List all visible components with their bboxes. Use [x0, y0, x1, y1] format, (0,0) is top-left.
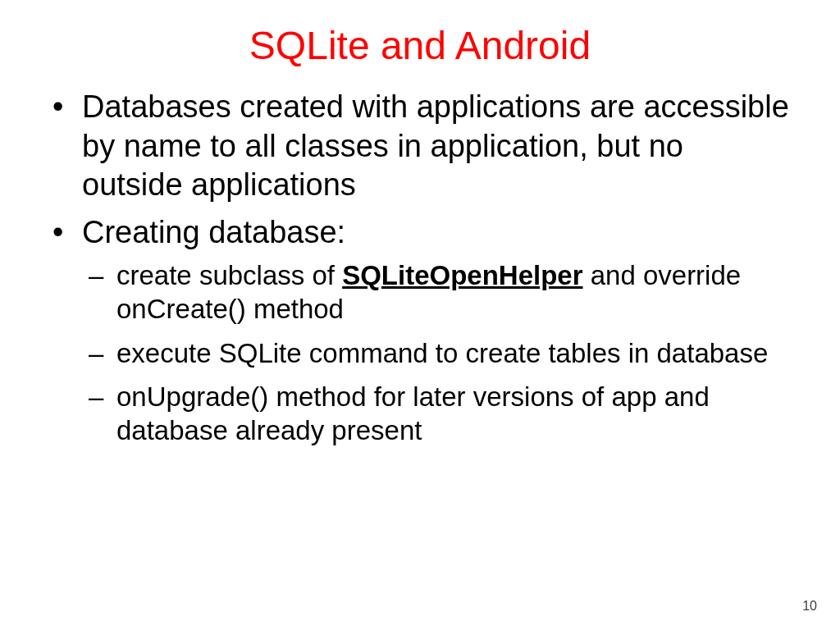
sub-bullet-list: create subclass of SQLiteOpenHelper and …: [82, 258, 791, 447]
slide-title: SQLite and Android: [49, 23, 791, 68]
sub-bullet-item: execute SQLite command to create tables …: [116, 336, 791, 370]
text-fragment: create subclass of: [116, 260, 342, 290]
page-number: 10: [802, 599, 817, 614]
bullet-list: Databases created with applications are …: [49, 88, 791, 447]
sub-bullet-item: onUpgrade() method for later versions of…: [116, 380, 791, 448]
bullet-item: Creating database: create subclass of SQ…: [82, 213, 791, 448]
sub-bullet-item: create subclass of SQLiteOpenHelper and …: [116, 258, 791, 326]
text-bold-underline: SQLiteOpenHelper: [342, 260, 582, 290]
bullet-text: Creating database:: [82, 215, 345, 249]
bullet-item: Databases created with applications are …: [82, 88, 791, 205]
slide: SQLite and Android Databases created wit…: [0, 0, 840, 630]
